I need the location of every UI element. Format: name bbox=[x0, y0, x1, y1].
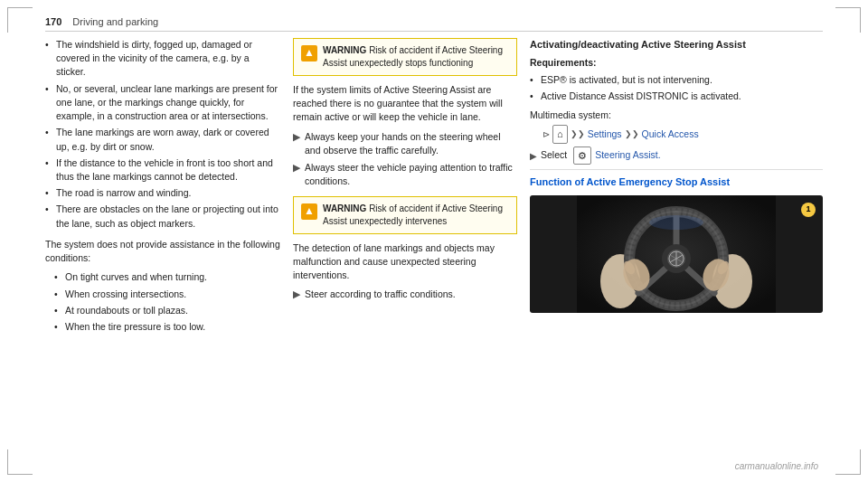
list-item: If the distance to the vehicle in front … bbox=[45, 156, 280, 184]
list-item: When crossing intersections. bbox=[54, 288, 280, 301]
arrow-text-2: Always steer the vehicle paying attentio… bbox=[305, 161, 517, 188]
list-item: The road is narrow and winding. bbox=[45, 186, 280, 200]
arrow-symbol-3: ▶ bbox=[293, 288, 300, 302]
middle-column: ▲ WARNING Risk of accident if Active Ste… bbox=[293, 38, 517, 455]
list-item: There are obstacles on the lane or proje… bbox=[45, 203, 280, 230]
section-heading: Activating/deactivating Active Steering … bbox=[530, 38, 823, 52]
requirements-label: Requirements: bbox=[530, 56, 823, 71]
number-badge-1: 1 bbox=[801, 203, 816, 217]
select-label: Select bbox=[541, 148, 567, 163]
arrow-text-3: Steer according to traffic conditions. bbox=[305, 288, 456, 301]
nav-chevron-1: ❯❯ bbox=[571, 128, 585, 141]
list-item: On tight curves and when turning. bbox=[54, 270, 280, 284]
warning-text-2: WARNING Risk of accident if Active Steer… bbox=[323, 203, 509, 228]
arrow-item-2: ▶ Always steer the vehicle paying attent… bbox=[293, 161, 517, 188]
warning-label-1: WARNING bbox=[323, 45, 366, 55]
corner-fold-top-left bbox=[7, 7, 33, 33]
nav-chevron-2: ❯❯ bbox=[625, 128, 639, 141]
select-row: ▶ Select ⚙ Steering Assist. bbox=[530, 146, 823, 165]
footer-watermark: carmanualonline.info bbox=[735, 461, 818, 471]
home-icon: ⌂ bbox=[557, 127, 563, 142]
page-title: Driving and parking bbox=[72, 16, 158, 27]
nav-settings-link[interactable]: Settings bbox=[588, 128, 622, 142]
list-item: No, or several, unclear lane markings ar… bbox=[45, 82, 280, 124]
req-item-1: ESP® is activated, but is not intervenin… bbox=[530, 73, 823, 87]
nav-quickaccess-link[interactable]: Quick Access bbox=[642, 128, 699, 142]
page-number: 170 bbox=[45, 16, 61, 27]
left-column: The windshield is dirty, fogged up, dama… bbox=[45, 38, 280, 455]
page-header: 170 Driving and parking bbox=[45, 16, 823, 32]
conditions-list: The windshield is dirty, fogged up, dama… bbox=[45, 38, 280, 231]
arrow-text-1: Always keep your hands on the steering w… bbox=[305, 130, 517, 157]
warning-label-2: WARNING bbox=[323, 203, 366, 213]
warning-box-2: ▲ WARNING Risk of accident if Active Ste… bbox=[293, 196, 517, 234]
steering-assist-box: ⚙ bbox=[573, 146, 591, 165]
warning-box-1: ▲ WARNING Risk of accident if Active Ste… bbox=[293, 38, 517, 76]
list-item: The windshield is dirty, fogged up, dama… bbox=[45, 38, 280, 80]
nav-start-arrow: ⊳ bbox=[542, 128, 550, 141]
warning-icon-1: ▲ bbox=[301, 45, 317, 61]
right-column: Activating/deactivating Active Steering … bbox=[530, 38, 823, 455]
arrow-item-1: ▶ Always keep your hands on the steering… bbox=[293, 130, 517, 157]
list-item: The lane markings are worn away, dark or… bbox=[45, 126, 280, 153]
nav-home-box: ⌂ bbox=[552, 125, 568, 144]
function-heading: Function of Active Emergency Stop Assist bbox=[530, 169, 823, 190]
paragraph-1: If the system limits of Active Steering … bbox=[293, 83, 517, 125]
nav-row-1: ⊳ ⌂ ❯❯ Settings ❯❯ Quick Access bbox=[542, 125, 823, 144]
select-arrow: ▶ bbox=[530, 149, 537, 163]
warning-text-1: WARNING Risk of accident if Active Steer… bbox=[323, 44, 509, 70]
requirements-list: ESP® is activated, but is not intervenin… bbox=[530, 73, 823, 103]
gear-icon: ⚙ bbox=[578, 148, 587, 164]
sub-conditions-list: On tight curves and when turning. When c… bbox=[54, 270, 280, 334]
req-item-2: Active Distance Assist DISTRONIC is acti… bbox=[530, 90, 823, 103]
paragraph-2: The detection of lane markings and objec… bbox=[293, 241, 517, 283]
steering-wheel-svg bbox=[530, 195, 823, 313]
arrow-symbol-2: ▶ bbox=[293, 161, 300, 175]
corner-fold-top-right bbox=[835, 7, 861, 33]
svg-point-19 bbox=[649, 215, 703, 230]
list-item: At roundabouts or toll plazas. bbox=[54, 304, 280, 317]
content-area: The windshield is dirty, fogged up, dama… bbox=[45, 38, 823, 455]
steering-assist-link[interactable]: Steering Assist. bbox=[595, 148, 660, 163]
system-text: The system does not provide assistance i… bbox=[45, 238, 280, 265]
arrow-item-3: ▶ Steer according to traffic conditions. bbox=[293, 288, 517, 302]
list-item: When the tire pressure is too low. bbox=[54, 320, 280, 334]
corner-fold-bottom-left bbox=[7, 449, 33, 475]
arrow-symbol-1: ▶ bbox=[293, 130, 300, 145]
corner-fold-bottom-right bbox=[835, 449, 861, 475]
multimedia-label: Multimedia system: bbox=[530, 109, 823, 123]
warning-icon-2: ▲ bbox=[301, 203, 317, 220]
steering-image: 1 bbox=[530, 195, 823, 313]
page-container: 170 Driving and parking The windshield i… bbox=[0, 0, 868, 482]
